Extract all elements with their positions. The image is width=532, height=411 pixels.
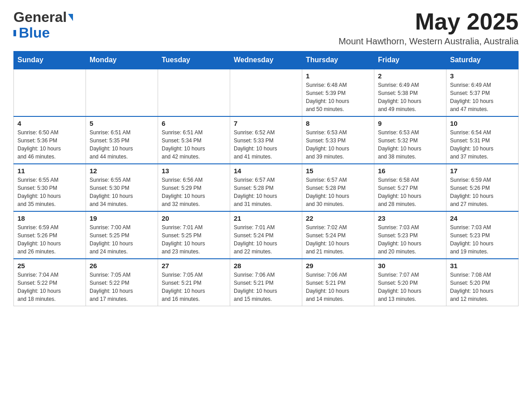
day-number: 22: [306, 214, 370, 222]
calendar-cell: 16Sunrise: 6:58 AM Sunset: 5:27 PM Dayli…: [374, 164, 446, 211]
weekday-header-row: SundayMondayTuesdayWednesdayThursdayFrid…: [14, 51, 519, 69]
day-number: 12: [90, 167, 154, 175]
calendar-cell: 6Sunrise: 6:51 AM Sunset: 5:34 PM Daylig…: [158, 116, 230, 164]
calendar-cell: 18Sunrise: 6:59 AM Sunset: 5:26 PM Dayli…: [14, 211, 86, 259]
weekday-header-sunday: Sunday: [14, 51, 86, 69]
day-number: 8: [306, 120, 370, 127]
day-info: Sunrise: 6:57 AM Sunset: 5:28 PM Dayligh…: [234, 176, 298, 208]
weekday-header-saturday: Saturday: [446, 51, 519, 69]
calendar-cell: [230, 69, 302, 116]
day-number: 5: [90, 120, 154, 127]
calendar-week-row: 1Sunrise: 6:48 AM Sunset: 5:39 PM Daylig…: [14, 69, 519, 116]
day-info: Sunrise: 7:03 AM Sunset: 5:23 PM Dayligh…: [450, 223, 515, 256]
calendar-cell: 9Sunrise: 6:53 AM Sunset: 5:32 PM Daylig…: [374, 116, 446, 164]
day-number: 7: [234, 120, 298, 127]
calendar-week-row: 18Sunrise: 6:59 AM Sunset: 5:26 PM Dayli…: [14, 211, 519, 259]
calendar-cell: 23Sunrise: 7:03 AM Sunset: 5:23 PM Dayli…: [374, 211, 446, 259]
calendar-cell: 27Sunrise: 7:05 AM Sunset: 5:21 PM Dayli…: [158, 259, 230, 306]
calendar-cell: 8Sunrise: 6:53 AM Sunset: 5:33 PM Daylig…: [302, 116, 374, 164]
calendar-cell: 15Sunrise: 6:57 AM Sunset: 5:28 PM Dayli…: [302, 164, 374, 211]
weekday-header-friday: Friday: [374, 51, 446, 69]
calendar-week-row: 4Sunrise: 6:50 AM Sunset: 5:36 PM Daylig…: [14, 116, 519, 164]
day-info: Sunrise: 7:00 AM Sunset: 5:25 PM Dayligh…: [90, 223, 154, 256]
weekday-header-tuesday: Tuesday: [158, 51, 230, 69]
day-info: Sunrise: 6:49 AM Sunset: 5:38 PM Dayligh…: [378, 81, 442, 113]
day-number: 11: [17, 167, 82, 175]
day-number: 29: [306, 262, 370, 270]
day-info: Sunrise: 7:07 AM Sunset: 5:20 PM Dayligh…: [378, 271, 442, 303]
day-info: Sunrise: 7:01 AM Sunset: 5:24 PM Dayligh…: [234, 223, 298, 256]
calendar-cell: 5Sunrise: 6:51 AM Sunset: 5:35 PM Daylig…: [86, 116, 158, 164]
calendar-cell: 10Sunrise: 6:54 AM Sunset: 5:31 PM Dayli…: [446, 116, 519, 164]
calendar-cell: 22Sunrise: 7:02 AM Sunset: 5:24 PM Dayli…: [302, 211, 374, 259]
day-info: Sunrise: 6:56 AM Sunset: 5:29 PM Dayligh…: [162, 176, 226, 208]
day-info: Sunrise: 6:52 AM Sunset: 5:33 PM Dayligh…: [234, 128, 298, 161]
calendar-cell: 4Sunrise: 6:50 AM Sunset: 5:36 PM Daylig…: [14, 116, 86, 164]
day-number: 3: [450, 72, 515, 80]
day-info: Sunrise: 6:55 AM Sunset: 5:30 PM Dayligh…: [17, 176, 82, 208]
day-number: 1: [306, 72, 370, 80]
calendar-cell: [14, 69, 86, 116]
day-number: 17: [450, 167, 515, 175]
day-info: Sunrise: 7:08 AM Sunset: 5:20 PM Dayligh…: [450, 271, 515, 303]
calendar-cell: 28Sunrise: 7:06 AM Sunset: 5:21 PM Dayli…: [230, 259, 302, 306]
day-info: Sunrise: 6:51 AM Sunset: 5:34 PM Dayligh…: [162, 128, 226, 161]
day-number: 23: [378, 214, 442, 222]
calendar-table: SundayMondayTuesdayWednesdayThursdayFrid…: [13, 51, 519, 306]
calendar-cell: 2Sunrise: 6:49 AM Sunset: 5:38 PM Daylig…: [374, 69, 446, 116]
day-info: Sunrise: 6:53 AM Sunset: 5:33 PM Dayligh…: [306, 128, 370, 161]
day-info: Sunrise: 6:51 AM Sunset: 5:35 PM Dayligh…: [90, 128, 154, 161]
calendar-cell: 21Sunrise: 7:01 AM Sunset: 5:24 PM Dayli…: [230, 211, 302, 259]
day-info: Sunrise: 7:05 AM Sunset: 5:22 PM Dayligh…: [90, 271, 154, 303]
calendar-cell: [86, 69, 158, 116]
day-number: 25: [17, 262, 82, 270]
calendar-cell: 20Sunrise: 7:01 AM Sunset: 5:25 PM Dayli…: [158, 211, 230, 259]
calendar-cell: 19Sunrise: 7:00 AM Sunset: 5:25 PM Dayli…: [86, 211, 158, 259]
month-title: May 2025: [339, 9, 519, 34]
day-info: Sunrise: 7:02 AM Sunset: 5:24 PM Dayligh…: [306, 223, 370, 256]
day-info: Sunrise: 6:50 AM Sunset: 5:36 PM Dayligh…: [17, 128, 82, 161]
calendar-cell: 26Sunrise: 7:05 AM Sunset: 5:22 PM Dayli…: [86, 259, 158, 306]
day-number: 10: [450, 120, 515, 127]
calendar-cell: 1Sunrise: 6:48 AM Sunset: 5:39 PM Daylig…: [302, 69, 374, 116]
day-number: 19: [90, 214, 154, 222]
day-number: 14: [234, 167, 298, 175]
logo-triangle-icon: [68, 14, 73, 21]
calendar-cell: 25Sunrise: 7:04 AM Sunset: 5:22 PM Dayli…: [14, 259, 86, 306]
day-info: Sunrise: 7:05 AM Sunset: 5:21 PM Dayligh…: [162, 271, 226, 303]
calendar-cell: 29Sunrise: 7:06 AM Sunset: 5:21 PM Dayli…: [302, 259, 374, 306]
day-number: 20: [162, 214, 226, 222]
day-info: Sunrise: 6:57 AM Sunset: 5:28 PM Dayligh…: [306, 176, 370, 208]
day-number: 31: [450, 262, 515, 270]
day-info: Sunrise: 6:59 AM Sunset: 5:26 PM Dayligh…: [450, 176, 515, 208]
calendar-cell: 7Sunrise: 6:52 AM Sunset: 5:33 PM Daylig…: [230, 116, 302, 164]
day-number: 18: [17, 214, 82, 222]
day-info: Sunrise: 7:04 AM Sunset: 5:22 PM Dayligh…: [17, 271, 82, 303]
title-block: May 2025 Mount Hawthorn, Western Austral…: [339, 9, 519, 47]
day-number: 16: [378, 167, 442, 175]
day-number: 30: [378, 262, 442, 270]
calendar-cell: 11Sunrise: 6:55 AM Sunset: 5:30 PM Dayli…: [14, 164, 86, 211]
calendar-cell: 30Sunrise: 7:07 AM Sunset: 5:20 PM Dayli…: [374, 259, 446, 306]
day-number: 6: [162, 120, 226, 127]
logo: General Blue: [13, 9, 73, 41]
page-header: General Blue May 2025 Mount Hawthorn, We…: [13, 9, 519, 47]
day-info: Sunrise: 6:53 AM Sunset: 5:32 PM Dayligh…: [378, 128, 442, 161]
weekday-header-monday: Monday: [86, 51, 158, 69]
calendar-cell: 31Sunrise: 7:08 AM Sunset: 5:20 PM Dayli…: [446, 259, 519, 306]
day-info: Sunrise: 6:55 AM Sunset: 5:30 PM Dayligh…: [90, 176, 154, 208]
day-info: Sunrise: 7:01 AM Sunset: 5:25 PM Dayligh…: [162, 223, 226, 256]
day-info: Sunrise: 6:58 AM Sunset: 5:27 PM Dayligh…: [378, 176, 442, 208]
calendar-week-row: 25Sunrise: 7:04 AM Sunset: 5:22 PM Dayli…: [14, 259, 519, 306]
calendar-cell: 13Sunrise: 6:56 AM Sunset: 5:29 PM Dayli…: [158, 164, 230, 211]
day-number: 24: [450, 214, 515, 222]
day-info: Sunrise: 6:48 AM Sunset: 5:39 PM Dayligh…: [306, 81, 370, 113]
day-number: 27: [162, 262, 226, 270]
day-info: Sunrise: 6:54 AM Sunset: 5:31 PM Dayligh…: [450, 128, 515, 161]
calendar-week-row: 11Sunrise: 6:55 AM Sunset: 5:30 PM Dayli…: [14, 164, 519, 211]
calendar-cell: 17Sunrise: 6:59 AM Sunset: 5:26 PM Dayli…: [446, 164, 519, 211]
calendar-cell: [158, 69, 230, 116]
day-number: 13: [162, 167, 226, 175]
logo-blue: Blue: [19, 25, 50, 41]
logo-general: General: [13, 9, 67, 26]
